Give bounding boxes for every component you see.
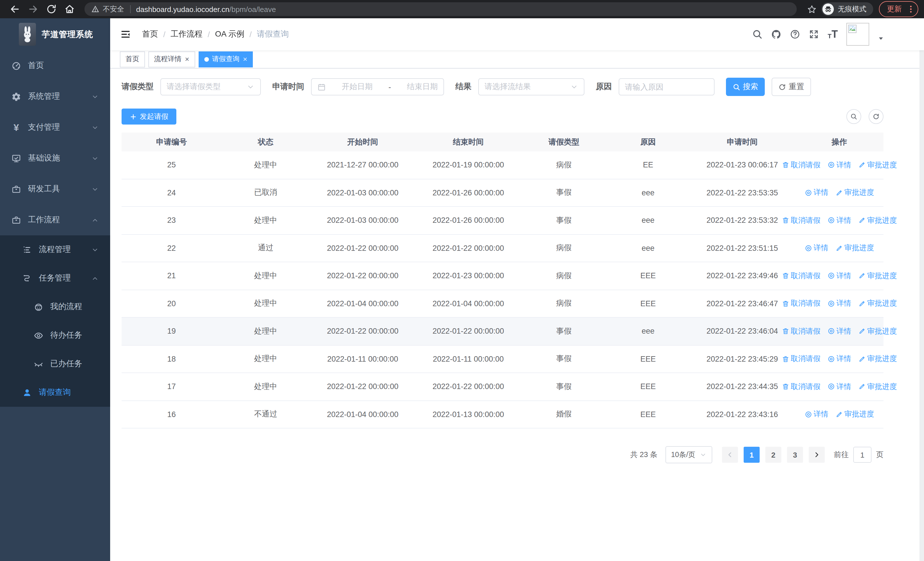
cancel-action-link[interactable]: 取消请假: [782, 215, 820, 226]
cancel-action-link[interactable]: 取消请假: [782, 271, 820, 281]
pagination: 共 23 条 10条/页 123 前往 页: [122, 446, 884, 463]
url-divider: [130, 5, 130, 13]
help-icon[interactable]: [790, 29, 801, 39]
prev-page-button[interactable]: [722, 447, 738, 463]
page-button-1[interactable]: 1: [744, 447, 760, 463]
caret-down-icon[interactable]: [878, 35, 884, 41]
progress-action-link[interactable]: 审批进度: [858, 326, 897, 337]
sidebar-item-leave-query[interactable]: 请假查询: [0, 378, 110, 407]
cell-end-time: 2022-01-26 00:00:00: [416, 216, 521, 225]
update-button[interactable]: 更新: [879, 1, 918, 17]
close-icon[interactable]: ×: [243, 56, 247, 63]
bookmark-star-icon[interactable]: [807, 4, 817, 14]
leave-type-select[interactable]: 请选择请假类型: [160, 78, 261, 95]
detail-action-link[interactable]: 详情: [827, 271, 851, 281]
detail-action-link[interactable]: 详情: [804, 188, 828, 198]
fullscreen-icon[interactable]: [809, 29, 819, 39]
result-select[interactable]: 请选择流结果: [478, 78, 584, 95]
next-page-button[interactable]: [809, 447, 825, 463]
progress-action-link[interactable]: 审批进度: [858, 382, 897, 392]
detail-action-link[interactable]: 详情: [804, 409, 828, 420]
tab-process-detail-tab[interactable]: 流程详情×: [148, 51, 195, 67]
sidebar-item-my-process[interactable]: 我的流程: [0, 292, 110, 321]
sidebar-item-infrastructure[interactable]: 基础设施: [0, 143, 110, 174]
progress-action-link[interactable]: 审批进度: [858, 298, 897, 309]
breadcrumb-item-oa-example[interactable]: OA 示例: [215, 29, 244, 39]
create-leave-button[interactable]: 发起请假: [122, 108, 176, 125]
result-placeholder: 请选择流结果: [484, 82, 531, 92]
close-icon[interactable]: ×: [185, 56, 189, 63]
sidebar-item-todo-tasks[interactable]: 待办任务: [0, 321, 110, 350]
breadcrumb-item-home[interactable]: 首页: [142, 29, 158, 39]
date-separator: -: [388, 83, 391, 91]
sidebar-item-workflow[interactable]: 工作流程: [0, 205, 110, 235]
tab-home-tab[interactable]: 首页: [120, 51, 145, 67]
cancel-action-link[interactable]: 取消请假: [782, 298, 820, 309]
goto-page-input[interactable]: [853, 447, 872, 463]
github-icon[interactable]: [771, 29, 782, 39]
sidebar-item-system[interactable]: 系统管理: [0, 81, 110, 112]
cancel-action-link[interactable]: 取消请假: [782, 160, 820, 170]
progress-action-link[interactable]: 审批进度: [835, 188, 874, 198]
breadcrumb-item-workflow[interactable]: 工作流程: [171, 29, 202, 39]
search-button[interactable]: 搜索: [726, 78, 765, 96]
progress-action-link[interactable]: 审批进度: [858, 160, 897, 170]
detail-action-link[interactable]: 详情: [827, 382, 851, 392]
sidebar-toggle-icon[interactable]: [120, 29, 131, 39]
page-button-2[interactable]: 2: [765, 447, 782, 463]
toolbox-icon: [11, 184, 21, 194]
reset-button[interactable]: 重置: [772, 78, 811, 96]
avatar[interactable]: [846, 23, 869, 46]
cell-actions: 详情审批进度: [795, 188, 884, 198]
detail-action-link[interactable]: 详情: [804, 243, 828, 253]
view-icon: [827, 217, 835, 224]
progress-action-link[interactable]: 审批进度: [835, 243, 874, 253]
url-bar[interactable]: 不安全 dashboard.yudao.iocoder.cn /bpm/oa/l…: [84, 2, 797, 16]
cancel-action-link[interactable]: 取消请假: [782, 326, 820, 337]
page-button-3[interactable]: 3: [787, 447, 803, 463]
sidebar-item-process-mgmt[interactable]: 流程管理: [0, 235, 110, 264]
detail-action-link[interactable]: 详情: [827, 326, 851, 337]
detail-action-link[interactable]: 详情: [827, 215, 851, 226]
back-icon[interactable]: [10, 4, 20, 14]
progress-action-link[interactable]: 审批进度: [858, 271, 897, 281]
reason-input[interactable]: [619, 78, 714, 95]
cell-actions: 取消请假详情审批进度: [795, 382, 884, 392]
scrollbar-track[interactable]: [920, 36, 924, 561]
cell-start-time: 2022-01-03 00:00:00: [310, 216, 416, 225]
home-icon[interactable]: [64, 4, 75, 14]
sidebar-item-home[interactable]: 首页: [0, 50, 110, 81]
progress-action-link[interactable]: 审批进度: [835, 409, 874, 420]
apply-time-range-input[interactable]: 开始日期 - 结束日期: [311, 78, 444, 95]
browser-menu-icon[interactable]: [906, 5, 915, 14]
sidebar-item-done-tasks[interactable]: 已办任务: [0, 350, 110, 378]
progress-action-link[interactable]: 审批进度: [858, 215, 897, 226]
leave-type-placeholder: 请选择请假类型: [166, 82, 220, 92]
tab-leave-query-tab[interactable]: 请假查询×: [198, 51, 253, 67]
cancel-action-link[interactable]: 取消请假: [782, 354, 820, 364]
table-row: 17处理中2022-01-22 00:00:002022-01-22 00:00…: [122, 373, 884, 401]
app-logo[interactable]: 芋道管理系统: [0, 18, 110, 50]
reset-button-label: 重置: [789, 82, 804, 92]
refresh-table-button[interactable]: [868, 109, 884, 124]
yen-icon: ¥: [11, 123, 21, 132]
cell-actions: 取消请假详情审批进度: [795, 354, 884, 364]
sidebar-item-dev-tools[interactable]: 研发工具: [0, 174, 110, 205]
font-size-icon[interactable]: TT: [828, 29, 838, 39]
progress-action-link[interactable]: 审批进度: [858, 354, 897, 364]
user-icon: [22, 388, 32, 397]
reload-icon[interactable]: [46, 4, 57, 14]
calendar-icon: [317, 83, 326, 91]
search-icon[interactable]: [753, 29, 763, 39]
cancel-action-link[interactable]: 取消请假: [782, 382, 820, 392]
toggle-search-button[interactable]: [846, 109, 861, 124]
sidebar-item-task-mgmt[interactable]: 任务管理: [0, 264, 110, 292]
detail-action-link[interactable]: 详情: [827, 354, 851, 364]
cell-leave-type: 事假: [521, 326, 607, 337]
detail-action-link[interactable]: 详情: [827, 160, 851, 170]
forward-icon[interactable]: [28, 4, 38, 14]
detail-action-link[interactable]: 详情: [827, 298, 851, 309]
cell-reason: eee: [607, 188, 689, 197]
page-size-select[interactable]: 10条/页: [666, 446, 712, 463]
sidebar-item-payment[interactable]: ¥支付管理: [0, 112, 110, 143]
